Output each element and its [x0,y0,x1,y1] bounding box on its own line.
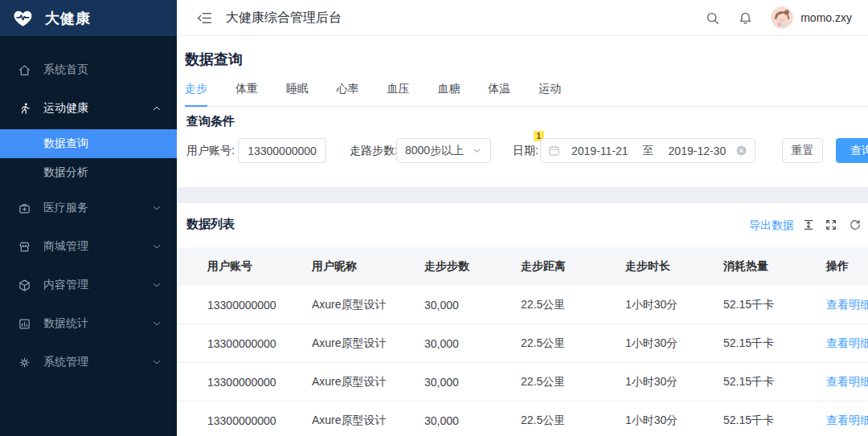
account-label: 用户账号: [186,138,235,163]
sidebar-item-label: 系统管理 [43,355,88,369]
table-row: 13300000000 Axure原型设计 30,000 22.5公里 1小时3… [177,401,868,436]
sidebar-item-content-management[interactable]: 内容管理 [0,267,177,303]
submenu-item-label: 数据查询 [43,137,88,151]
table-row: 13300000000 Axure原型设计 30,000 22.5公里 1小时3… [177,324,868,363]
sidebar-item-system-management[interactable]: 系统管理 [0,344,177,380]
view-detail-link[interactable]: 查看明细 [826,298,868,312]
sidebar-item-label: 医疗服务 [43,201,88,215]
cell-nickname: Axure原型设计 [312,375,424,389]
main-area: 大健康综合管理后台 momo.zxy 数据查询 [177,0,868,436]
runner-icon [18,102,31,116]
fullscreen-expand-icon[interactable] [825,218,837,231]
view-detail-link[interactable]: 查看明细 [826,375,868,389]
table-row: 13300000000 Axure原型设计 30,000 22.5公里 1小时3… [177,286,868,324]
sidebar-subitem-data-query[interactable]: 数据查询 [0,129,177,158]
cell-steps: 30,000 [424,337,521,350]
cell-duration: 1小时30分 [625,336,723,351]
date-separator: 至 [643,144,654,158]
cell-account: 13300000000 [207,299,312,312]
view-detail-link[interactable]: 查看明细 [826,336,868,351]
tab-exercise[interactable]: 运动 [538,82,561,105]
query-button[interactable]: 查询 [836,138,868,163]
col-header: 走步步数 [424,259,521,274]
sidebar-menu: 系统首页 运动健康 数据查询 数据分析 医疗服务 [0,36,177,380]
sidebar-item-label: 系统首页 [43,63,88,77]
logo-bar: 大健康 [0,0,177,36]
cell-steps: 30,000 [424,299,521,312]
chevron-down-icon [151,318,162,329]
steps-label: 走路步数: [350,138,398,163]
tab-blood-sugar[interactable]: 血糖 [437,82,460,105]
collapse-menu-icon[interactable] [196,10,213,26]
cell-calories: 52.15千卡 [723,336,826,351]
date-end-value[interactable]: 2019-12-30 [669,145,727,157]
date-range-input[interactable]: 2019-11-21 至 2019-12-30 [540,138,755,163]
refresh-icon[interactable] [849,218,862,231]
sidebar-subitem-data-analysis[interactable]: 数据分析 [0,158,177,187]
search-icon[interactable] [705,10,720,26]
chevron-down-icon [472,145,482,156]
col-header: 用户昵称 [312,259,424,274]
bar-chart-icon [18,317,31,331]
cell-nickname: Axure原型设计 [312,414,424,428]
chevron-down-icon [151,241,162,252]
cell-distance: 22.5公里 [521,375,625,389]
data-table: 用户账号 用户昵称 走步步数 走步距离 走步时长 消耗热量 操作 1330000… [177,247,868,436]
cell-duration: 1小时30分 [625,298,723,312]
col-header: 消耗热量 [723,259,826,274]
row-height-icon[interactable] [802,218,815,231]
cell-duration: 1小时30分 [625,375,723,389]
col-header: 操作 [826,259,868,274]
col-header: 走步距离 [521,259,625,274]
sidebar-item-data-statistics[interactable]: 数据统计 [0,306,177,341]
tab-heart-rate[interactable]: 心率 [337,82,359,105]
table-row: 13300000000 Axure原型设计 30,000 22.5公里 1小时3… [177,363,868,401]
query-section-title: 查询条件 [186,114,235,129]
gear-icon [18,356,31,369]
cell-calories: 52.15千卡 [723,375,826,389]
sidebar-item-label: 内容管理 [43,278,88,292]
clear-date-icon[interactable] [735,145,747,157]
tab-blood-pressure[interactable]: 血压 [387,82,410,105]
steps-select-value: 8000步以上 [405,144,464,158]
tab-walking[interactable]: 走步 [185,82,207,107]
reset-button[interactable]: 重置 [782,138,823,163]
sidebar-item-label: 运动健康 [43,101,88,116]
cube-icon [18,279,31,292]
cell-account: 13300000000 [207,337,312,350]
cell-nickname: Axure原型设计 [312,298,424,312]
cell-account: 13300000000 [207,414,312,427]
top-header: 大健康综合管理后台 momo.zxy [177,0,868,36]
col-header: 用户账号 [207,259,312,274]
export-data-link[interactable]: 导出数据 [749,218,794,233]
cell-nickname: Axure原型设计 [312,336,424,351]
steps-select[interactable]: 8000步以上 [396,138,491,163]
sidebar-item-sport-health[interactable]: 运动健康 [0,91,177,126]
query-form: 用户账号: 13300000000 走路步数: 8000步以上 日期: 1 20… [186,138,868,164]
avatar[interactable] [771,6,793,29]
cell-calories: 52.15千卡 [723,414,826,428]
sidebar-item-label: 数据统计 [43,316,88,331]
account-input[interactable]: 13300000000 [238,138,326,163]
list-section-title: 数据列表 [186,217,235,232]
section-divider [177,187,868,203]
tab-weight[interactable]: 体重 [235,82,258,105]
sidebar-item-label: 商城管理 [43,239,88,254]
tab-temperature[interactable]: 体温 [488,82,510,105]
date-start-value[interactable]: 2019-11-21 [571,145,628,157]
view-detail-link[interactable]: 查看明细 [826,414,868,428]
sidebar-item-medical-service[interactable]: 医疗服务 [0,190,177,226]
username[interactable]: momo.zxy [800,11,852,24]
tab-sleep[interactable]: 睡眠 [286,82,309,105]
submenu-item-label: 数据分析 [43,165,88,180]
cell-distance: 22.5公里 [521,414,625,428]
store-icon [18,240,31,254]
bell-icon[interactable] [738,10,753,26]
sidebar: 大健康 系统首页 运动健康 数据查询 数据分析 [0,0,177,436]
cell-duration: 1小时30分 [625,414,723,428]
home-icon [18,63,31,77]
sidebar-item-home[interactable]: 系统首页 [0,52,177,88]
chevron-down-icon [151,202,162,214]
sidebar-item-mall-management[interactable]: 商城管理 [0,229,177,264]
chevron-down-icon [151,357,162,368]
